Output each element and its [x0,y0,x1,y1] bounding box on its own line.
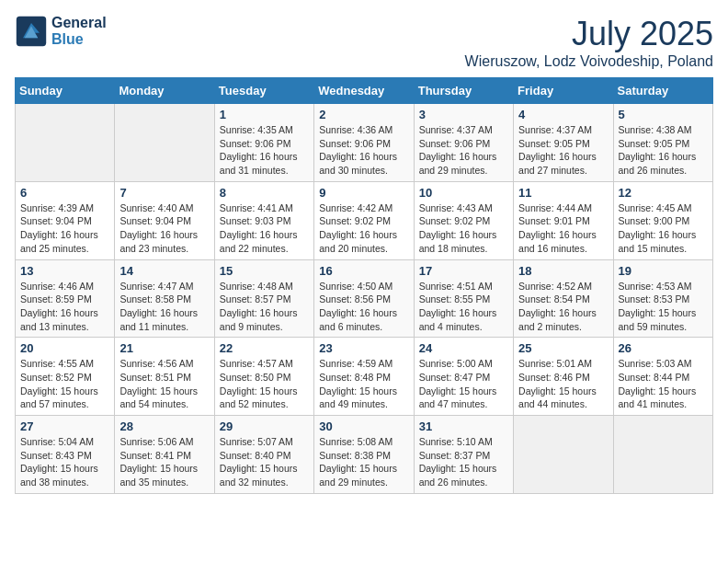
calendar-cell: 28Sunrise: 5:06 AM Sunset: 8:41 PM Dayli… [115,416,214,494]
day-number: 27 [20,419,109,433]
calendar-cell: 22Sunrise: 4:57 AM Sunset: 8:50 PM Dayli… [214,338,313,416]
logo: General Blue [15,15,107,48]
day-number: 28 [119,419,209,433]
day-number: 25 [518,341,608,355]
day-number: 8 [220,186,309,200]
day-info: Sunrise: 4:41 AM Sunset: 9:03 PM Dayligh… [220,201,309,256]
calendar-cell: 17Sunrise: 4:51 AM Sunset: 8:55 PM Dayli… [414,259,513,338]
calendar-cell: 31Sunrise: 5:10 AM Sunset: 8:37 PM Dayli… [414,416,513,494]
day-number: 23 [319,341,408,355]
calendar-cell: 16Sunrise: 4:50 AM Sunset: 8:56 PM Dayli… [314,259,414,338]
calendar-cell: 20Sunrise: 4:55 AM Sunset: 8:52 PM Dayli… [16,338,115,416]
calendar-cell: 8Sunrise: 4:41 AM Sunset: 9:03 PM Daylig… [214,181,313,259]
day-info: Sunrise: 5:04 AM Sunset: 8:43 PM Dayligh… [20,435,109,489]
calendar-cell: 18Sunrise: 4:52 AM Sunset: 8:54 PM Dayli… [514,259,613,338]
day-number: 29 [220,419,309,433]
day-number: 1 [220,108,309,121]
day-number: 31 [419,419,508,433]
day-info: Sunrise: 4:51 AM Sunset: 8:55 PM Dayligh… [419,280,508,334]
calendar-cell [16,104,115,182]
day-info: Sunrise: 5:07 AM Sunset: 8:40 PM Dayligh… [220,435,309,489]
day-number: 18 [518,264,608,278]
day-number: 6 [20,186,109,200]
calendar-cell: 3Sunrise: 4:37 AM Sunset: 9:06 PM Daylig… [414,104,513,182]
calendar-cell: 30Sunrise: 5:08 AM Sunset: 8:38 PM Dayli… [314,416,414,494]
calendar-cell [514,416,613,494]
day-info: Sunrise: 4:37 AM Sunset: 9:05 PM Dayligh… [518,123,608,178]
day-info: Sunrise: 4:50 AM Sunset: 8:56 PM Dayligh… [319,280,408,334]
calendar-cell: 5Sunrise: 4:38 AM Sunset: 9:05 PM Daylig… [613,104,712,182]
calendar-cell: 4Sunrise: 4:37 AM Sunset: 9:05 PM Daylig… [514,104,613,182]
calendar-cell: 1Sunrise: 4:35 AM Sunset: 9:06 PM Daylig… [214,104,313,182]
calendar-cell: 10Sunrise: 4:43 AM Sunset: 9:02 PM Dayli… [414,181,513,259]
day-number: 4 [518,108,608,121]
calendar-cell: 26Sunrise: 5:03 AM Sunset: 8:44 PM Dayli… [613,338,712,416]
day-info: Sunrise: 4:52 AM Sunset: 8:54 PM Dayligh… [518,280,608,334]
calendar-cell: 19Sunrise: 4:53 AM Sunset: 8:53 PM Dayli… [613,259,712,338]
calendar-cell: 14Sunrise: 4:47 AM Sunset: 8:58 PM Dayli… [115,259,214,338]
weekday-header-row: SundayMondayTuesdayWednesdayThursdayFrid… [16,78,713,104]
calendar-cell [115,104,214,182]
weekday-header-wednesday: Wednesday [314,78,414,104]
day-number: 10 [419,186,508,200]
day-info: Sunrise: 4:38 AM Sunset: 9:05 PM Dayligh… [619,123,708,178]
calendar-cell [613,416,712,494]
weekday-header-saturday: Saturday [613,78,712,104]
calendar-cell: 15Sunrise: 4:48 AM Sunset: 8:57 PM Dayli… [214,259,313,338]
weekday-header-monday: Monday [115,78,214,104]
calendar-cell: 2Sunrise: 4:36 AM Sunset: 9:06 PM Daylig… [314,104,414,182]
day-number: 2 [319,108,408,121]
calendar-cell: 27Sunrise: 5:04 AM Sunset: 8:43 PM Dayli… [16,416,115,494]
calendar-cell: 23Sunrise: 4:59 AM Sunset: 8:48 PM Dayli… [314,338,414,416]
day-number: 24 [419,341,508,355]
day-number: 3 [419,108,508,121]
calendar-cell: 29Sunrise: 5:07 AM Sunset: 8:40 PM Dayli… [214,416,313,494]
day-info: Sunrise: 5:10 AM Sunset: 8:37 PM Dayligh… [419,435,508,489]
calendar-cell: 24Sunrise: 5:00 AM Sunset: 8:47 PM Dayli… [414,338,513,416]
day-number: 7 [119,186,209,200]
calendar-week-row: 6Sunrise: 4:39 AM Sunset: 9:04 PM Daylig… [16,181,713,259]
day-info: Sunrise: 4:35 AM Sunset: 9:06 PM Dayligh… [220,123,309,178]
day-number: 11 [518,186,608,200]
day-info: Sunrise: 5:00 AM Sunset: 8:47 PM Dayligh… [419,357,508,411]
day-info: Sunrise: 4:56 AM Sunset: 8:51 PM Dayligh… [119,357,209,411]
day-number: 19 [619,264,708,278]
day-number: 9 [319,186,408,200]
calendar-cell: 13Sunrise: 4:46 AM Sunset: 8:59 PM Dayli… [16,259,115,338]
calendar-cell: 6Sunrise: 4:39 AM Sunset: 9:04 PM Daylig… [16,181,115,259]
day-number: 13 [20,264,109,278]
page-header: General Blue July 2025 Wieruszow, Lodz V… [15,15,713,70]
month-title: July 2025 [465,15,713,53]
day-info: Sunrise: 4:55 AM Sunset: 8:52 PM Dayligh… [20,357,109,411]
day-number: 12 [619,186,708,200]
logo-icon [15,15,48,48]
calendar-cell: 11Sunrise: 4:44 AM Sunset: 9:01 PM Dayli… [514,181,613,259]
calendar-week-row: 20Sunrise: 4:55 AM Sunset: 8:52 PM Dayli… [16,338,713,416]
day-info: Sunrise: 4:36 AM Sunset: 9:06 PM Dayligh… [319,123,408,178]
day-info: Sunrise: 5:03 AM Sunset: 8:44 PM Dayligh… [619,357,708,411]
day-number: 30 [319,419,408,433]
weekday-header-sunday: Sunday [16,78,115,104]
day-number: 26 [619,341,708,355]
day-info: Sunrise: 4:43 AM Sunset: 9:02 PM Dayligh… [419,201,508,256]
calendar-week-row: 1Sunrise: 4:35 AM Sunset: 9:06 PM Daylig… [16,104,713,182]
day-info: Sunrise: 4:39 AM Sunset: 9:04 PM Dayligh… [20,201,109,256]
day-number: 22 [220,341,309,355]
logo-text: General Blue [51,15,107,48]
calendar-cell: 25Sunrise: 5:01 AM Sunset: 8:46 PM Dayli… [514,338,613,416]
day-number: 21 [119,341,209,355]
location-title: Wieruszow, Lodz Voivodeship, Poland [465,53,713,70]
day-info: Sunrise: 4:46 AM Sunset: 8:59 PM Dayligh… [20,280,109,334]
day-number: 15 [220,264,309,278]
calendar-cell: 9Sunrise: 4:42 AM Sunset: 9:02 PM Daylig… [314,181,414,259]
day-info: Sunrise: 4:45 AM Sunset: 9:00 PM Dayligh… [619,201,708,256]
weekday-header-friday: Friday [514,78,613,104]
day-number: 17 [419,264,508,278]
day-info: Sunrise: 4:53 AM Sunset: 8:53 PM Dayligh… [619,280,708,334]
title-block: July 2025 Wieruszow, Lodz Voivodeship, P… [465,15,713,70]
calendar-cell: 7Sunrise: 4:40 AM Sunset: 9:04 PM Daylig… [115,181,214,259]
weekday-header-tuesday: Tuesday [214,78,313,104]
day-info: Sunrise: 4:40 AM Sunset: 9:04 PM Dayligh… [119,201,209,256]
day-info: Sunrise: 4:37 AM Sunset: 9:06 PM Dayligh… [419,123,508,178]
day-number: 14 [119,264,209,278]
